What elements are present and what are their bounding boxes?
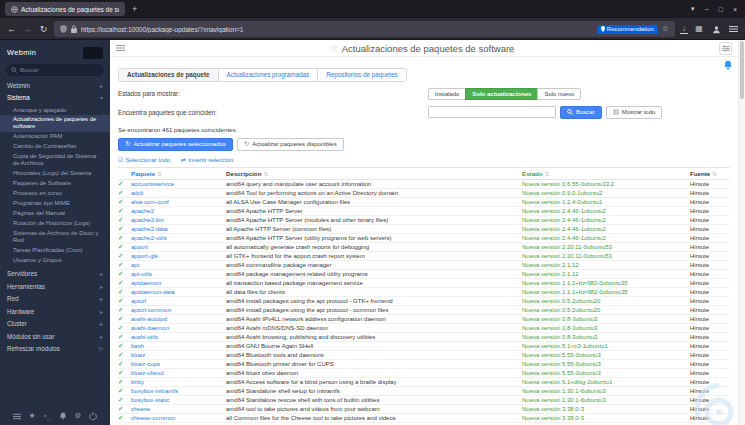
estado-option-solo-actualizaciones[interactable]: Solo actualizaciones (465, 88, 538, 100)
power-icon[interactable] (89, 412, 97, 420)
favorite-star-icon[interactable]: ☆ (330, 43, 338, 53)
column-header-paquete[interactable]: Paquete⇅ (131, 170, 226, 177)
account-icon[interactable] (710, 25, 722, 34)
row-checkbox[interactable]: ✓ (118, 234, 131, 242)
package-link[interactable]: apport (131, 244, 226, 250)
row-checkbox[interactable]: ✓ (118, 261, 131, 269)
row-checkbox[interactable]: ✓ (118, 288, 131, 296)
row-checkbox[interactable]: ✓ (118, 207, 131, 215)
package-search-input[interactable] (428, 106, 556, 118)
update-selected-button[interactable]: ↻ Actualizar paquetes seleccionados (118, 138, 233, 152)
sidebar-item-tareas-planificadas-cron[interactable]: Tareas Planificadas (Cron) (0, 246, 110, 256)
collapse-menu-icon[interactable] (13, 413, 21, 420)
package-link[interactable]: avahi-autoipd (131, 316, 226, 322)
sidebar-section-servidores[interactable]: Servidores▸ (0, 267, 110, 280)
row-checkbox[interactable]: ✓ (118, 396, 131, 404)
sidebar-item-autenticacion-pam[interactable]: Autenticación PAM (0, 132, 110, 142)
package-link[interactable]: apport-gtk (131, 253, 226, 259)
package-link[interactable]: bluez-cups (131, 361, 226, 367)
package-link[interactable]: busybox-initramfs (131, 388, 226, 394)
row-checkbox[interactable]: ✓ (118, 333, 131, 341)
package-link[interactable]: cheese-common (131, 415, 226, 421)
row-checkbox[interactable]: ✓ (118, 315, 131, 323)
sidebar-search[interactable] (6, 64, 104, 76)
sidebar-item-sistemas-de-archivos-de-disco-y-red[interactable]: Sistemas de Archivos de Disco y Red (0, 229, 110, 246)
package-link[interactable]: avahi-daemon (131, 325, 226, 331)
recommendation-chip[interactable]: Recommendation (597, 25, 658, 34)
package-link[interactable]: adcli (131, 190, 226, 196)
package-link[interactable]: bluez (131, 352, 226, 358)
row-checkbox[interactable]: ✓ (118, 180, 131, 188)
browser-tab[interactable]: Actualizaciones de paquetes de software (5, 2, 125, 16)
package-link[interactable]: apache2 (131, 208, 226, 214)
package-link[interactable]: apt (131, 262, 226, 268)
menu-icon[interactable] (727, 25, 739, 33)
sidebar-item-programas-tipo-mime[interactable]: Programas tipo MIME (0, 199, 110, 209)
sidebar-item-procesos-en-curso[interactable]: Procesos en curso (0, 189, 110, 199)
row-checkbox[interactable]: ✓ (118, 216, 131, 224)
sidebar-search-input[interactable] (20, 67, 99, 73)
row-checkbox[interactable]: ✓ (118, 342, 131, 350)
package-link[interactable]: aptdaemon (131, 280, 226, 286)
tab-actualizaciones-de-paquete[interactable]: Actualizaciones de paquete (119, 69, 218, 81)
package-link[interactable]: apache2-data (131, 226, 226, 232)
package-link[interactable]: aptdaemon-data (131, 289, 226, 295)
package-link[interactable]: apache2-bin (131, 217, 226, 223)
column-header-descripcion[interactable]: Descripción⇅ (226, 170, 522, 177)
sidebar-item-historiales-logs-del-sistema[interactable]: Historiales (Logs) del Sistema (0, 169, 110, 179)
mostrar-todo-button[interactable]: Mostrar todo (606, 106, 663, 119)
maximize-button[interactable]: □ (719, 6, 723, 13)
sidebar-item-usuarios-y-grupos[interactable]: Usuarios y Grupos (0, 256, 110, 266)
back-icon[interactable]: ← (6, 25, 17, 34)
row-checkbox[interactable]: ✓ (118, 252, 131, 260)
sidebar-item-arranque-y-apagado[interactable]: Arranque y apagado (0, 105, 110, 115)
package-link[interactable]: cheese (131, 406, 226, 412)
sidebar-item-cambio-de-contrasenas[interactable]: Cambio de Contraseñas (0, 142, 110, 152)
sidebar-item-paquetes-de-software[interactable]: Paquetes de Software (0, 179, 110, 189)
sidebar-item-rotacion-de-historicos-logs[interactable]: Rotación de Históricos (Logs) (0, 219, 110, 229)
list-tabs-icon[interactable]: ▾ (691, 5, 695, 13)
notifications-bell-icon[interactable] (723, 60, 733, 70)
shield-icon[interactable] (60, 25, 67, 33)
row-checkbox[interactable]: ✓ (118, 279, 131, 287)
select-all-link[interactable]: ☑ Seleccionar todo (118, 156, 170, 163)
lock-icon[interactable] (71, 25, 77, 33)
row-checkbox[interactable]: ✓ (118, 324, 131, 332)
row-checkbox[interactable]: ✓ (118, 189, 131, 197)
scrollbar[interactable] (738, 40, 745, 425)
bell-icon[interactable] (59, 412, 67, 420)
tab-actualizaciones-programadas[interactable]: Actualizaciones programadas (218, 69, 318, 81)
sidebar-item-paginas-del-manual[interactable]: Páginas del Manual (0, 209, 110, 219)
buscar-button[interactable]: Buscar (560, 106, 602, 119)
sidebar-section-refrescar-modulos[interactable]: Refrescar módulos↻ (0, 342, 110, 355)
sidebar-section-herramientas[interactable]: Herramientas▸ (0, 280, 110, 293)
row-checkbox[interactable]: ✓ (118, 297, 131, 305)
package-link[interactable]: apturl-common (131, 307, 226, 313)
sidebar-section-red[interactable]: Red▸ (0, 292, 110, 305)
gear-icon[interactable]: ⚙ (75, 412, 82, 420)
package-link[interactable]: apt-utils (131, 271, 226, 277)
reload-icon[interactable]: ↻ (38, 25, 49, 34)
row-checkbox[interactable]: ✓ (118, 306, 131, 314)
column-header-estado[interactable]: Estado⇅ (522, 170, 690, 177)
package-link[interactable]: bluez-obexd (131, 370, 226, 376)
invert-selection-link[interactable]: ⇄ Invertir selección (181, 156, 233, 163)
sidebar-item-copia-de-seguridad-de-sistema-de-archivos[interactable]: Copia de Seguridad de Sistema de Archivo… (0, 152, 110, 169)
package-link[interactable]: accountsservice (131, 181, 226, 187)
row-checkbox[interactable]: ✓ (118, 369, 131, 377)
estado-option-instalado[interactable]: Instalado (428, 88, 466, 100)
package-link[interactable]: apturl (131, 298, 226, 304)
row-checkbox[interactable]: ✓ (118, 225, 131, 233)
sidebar-section-hardware[interactable]: Hardware▸ (0, 305, 110, 318)
row-checkbox[interactable]: ✓ (118, 360, 131, 368)
row-checkbox[interactable]: ✓ (118, 414, 131, 422)
update-available-button[interactable]: ↻ Actualizar paquetes disponibles (237, 138, 344, 152)
package-link[interactable]: bash (131, 343, 226, 349)
package-link[interactable]: apache2-utils (131, 235, 226, 241)
minimize-button[interactable]: − (705, 6, 709, 13)
close-button[interactable]: × (733, 6, 737, 13)
bookmark-star-icon[interactable]: ☆ (662, 25, 669, 33)
sidebar-section-cluster[interactable]: Cluster▸ (0, 317, 110, 330)
sidebar-item-actualizaciones-de-paquetes-de-software[interactable]: Actualizaciones de paquetes de software (0, 115, 110, 132)
row-checkbox[interactable]: ✓ (118, 198, 131, 206)
